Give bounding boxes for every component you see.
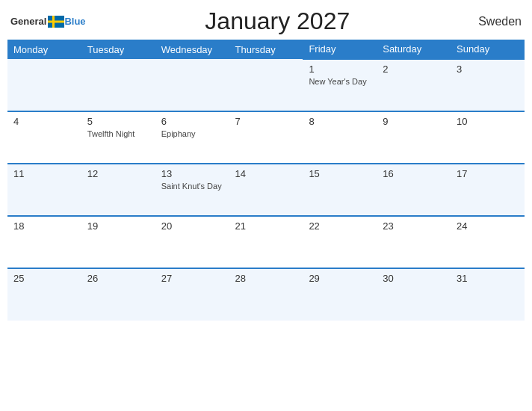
- calendar-cell: 9: [377, 111, 451, 164]
- day-number: 19: [87, 220, 149, 232]
- calendar-cell: 2: [377, 59, 451, 111]
- calendar-cell: 6Epiphany: [155, 111, 229, 164]
- calendar-cell: 3: [451, 59, 525, 111]
- calendar-week-row: 18192021222324: [7, 216, 525, 268]
- calendar-cell: 15: [303, 164, 377, 216]
- day-number: 30: [383, 273, 445, 284]
- logo-flag-icon: [48, 16, 64, 28]
- holiday-label: Saint Knut's Day: [161, 181, 223, 191]
- calendar-cell: 17: [451, 164, 525, 216]
- calendar-cell: 22: [303, 216, 377, 268]
- calendar-cell: 4: [7, 111, 81, 164]
- calendar-cell: 26: [81, 268, 155, 321]
- calendar-cell: 10: [451, 111, 525, 164]
- day-number: 31: [457, 273, 519, 284]
- day-number: 18: [13, 220, 75, 232]
- day-number: 3: [457, 64, 519, 75]
- calendar-cell: 24: [451, 216, 525, 268]
- day-number: 24: [457, 220, 519, 232]
- calendar-week-row: 111213Saint Knut's Day14151617: [7, 164, 525, 216]
- day-number: 28: [235, 273, 297, 284]
- col-tuesday: Tuesday: [81, 40, 155, 59]
- calendar-cell: 19: [81, 216, 155, 268]
- day-number: 14: [235, 168, 297, 179]
- calendar-cell: 12: [81, 164, 155, 216]
- calendar-cell: 8: [303, 111, 377, 164]
- calendar-header: General Blue January 2027 Sweden: [7, 7, 525, 35]
- calendar-cell: 14: [229, 164, 303, 216]
- day-number: 23: [383, 220, 445, 232]
- calendar-cell: 29: [303, 268, 377, 321]
- calendar-cell: 21: [229, 216, 303, 268]
- day-number: 12: [87, 168, 149, 179]
- day-number: 27: [161, 273, 223, 284]
- day-number: 7: [235, 116, 297, 127]
- day-number: 4: [13, 116, 75, 127]
- calendar-wrapper: General Blue January 2027 Sweden Monday …: [0, 0, 532, 411]
- holiday-label: New Year's Day: [309, 76, 371, 87]
- col-wednesday: Wednesday: [155, 40, 229, 59]
- holiday-label: Twelfth Night: [87, 129, 149, 139]
- calendar-cell: [7, 59, 81, 111]
- calendar-body: 1New Year's Day2345Twelfth Night6Epiphan…: [7, 59, 525, 321]
- day-number: 21: [235, 220, 297, 232]
- col-thursday: Thursday: [229, 40, 303, 59]
- day-number: 2: [383, 64, 445, 75]
- day-number: 11: [13, 168, 75, 179]
- calendar-week-row: 45Twelfth Night6Epiphany78910: [7, 111, 525, 164]
- calendar-cell: 11: [7, 164, 81, 216]
- calendar-cell: [155, 59, 229, 111]
- calendar-week-row: 25262728293031: [7, 268, 525, 321]
- calendar-cell: 25: [7, 268, 81, 321]
- day-number: 22: [309, 220, 371, 232]
- calendar-table: Monday Tuesday Wednesday Thursday Friday…: [7, 40, 525, 321]
- col-sunday: Sunday: [451, 40, 525, 59]
- calendar-cell: 28: [229, 268, 303, 321]
- day-number: 29: [309, 273, 371, 284]
- calendar-cell: 1New Year's Day: [303, 59, 377, 111]
- day-number: 6: [161, 116, 223, 127]
- calendar-week-row: 1New Year's Day23: [7, 59, 525, 111]
- col-monday: Monday: [7, 40, 81, 59]
- day-number: 16: [383, 168, 445, 179]
- day-number: 20: [161, 220, 223, 232]
- day-number: 5: [87, 116, 149, 127]
- calendar-cell: [229, 59, 303, 111]
- country-label: Sweden: [469, 15, 522, 28]
- day-number: 1: [309, 64, 371, 75]
- day-number: 13: [161, 168, 223, 179]
- calendar-cell: [81, 59, 155, 111]
- calendar-cell: 18: [7, 216, 81, 268]
- calendar-cell: 20: [155, 216, 229, 268]
- svg-rect-2: [48, 20, 64, 22]
- calendar-cell: 16: [377, 164, 451, 216]
- col-friday: Friday: [303, 40, 377, 59]
- day-number: 8: [309, 116, 371, 127]
- col-saturday: Saturday: [377, 40, 451, 59]
- day-number: 25: [13, 273, 75, 284]
- calendar-cell: 7: [229, 111, 303, 164]
- logo-blue-text: Blue: [64, 16, 85, 27]
- day-number: 26: [87, 273, 149, 284]
- calendar-title: January 2027: [86, 7, 469, 35]
- logo-general-text: General: [10, 16, 46, 27]
- calendar-cell: 13Saint Knut's Day: [155, 164, 229, 216]
- day-number: 10: [457, 116, 519, 127]
- calendar-cell: 30: [377, 268, 451, 321]
- logo: General Blue: [10, 16, 86, 28]
- calendar-cell: 31: [451, 268, 525, 321]
- calendar-cell: 5Twelfth Night: [81, 111, 155, 164]
- calendar-cell: 27: [155, 268, 229, 321]
- holiday-label: Epiphany: [161, 129, 223, 139]
- day-number: 15: [309, 168, 371, 179]
- day-number: 9: [383, 116, 445, 127]
- calendar-header-row: Monday Tuesday Wednesday Thursday Friday…: [7, 40, 525, 59]
- day-number: 17: [457, 168, 519, 179]
- calendar-cell: 23: [377, 216, 451, 268]
